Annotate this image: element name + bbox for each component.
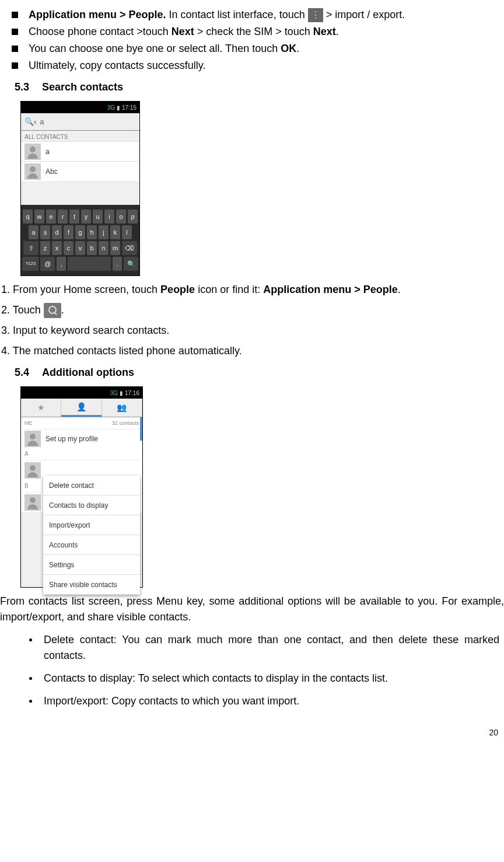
search-input-text: a [40,116,44,128]
backspace-key[interactable]: ⌫ [122,241,137,255]
keyboard-key[interactable]: a [29,225,38,239]
keyboard-key[interactable]: b [87,241,97,255]
keyboard-key[interactable]: c [64,241,74,255]
contact-name: a [46,146,50,157]
search-field-row[interactable]: 🔍‹ a [21,113,139,131]
comma-key[interactable]: , [57,257,66,271]
contacts-count: 32 contacts [112,420,139,428]
keyboard-key[interactable]: m [110,241,120,255]
period-key[interactable]: . [113,257,122,271]
status-bar: 3G ▮ 17:16 [21,387,142,399]
page-number: 20 [0,727,504,739]
dot-bullet-item: Delete contact: You can mark much more t… [29,632,504,664]
tab-favorites[interactable]: ★ [21,399,61,417]
menu-item[interactable]: Accounts [43,535,140,555]
step-3: 3. Input to keyword search contacts. [1,323,504,338]
search-key[interactable]: 🔍 [124,257,138,271]
dot-bullet-text: Contacts to display: To select which con… [44,671,504,686]
tab-contacts[interactable]: 👤 [61,399,102,417]
status-time: 17:16 [125,389,139,397]
bullet-bold-prefix: Application menu > People. [29,9,166,20]
contact-row[interactable]: Abc [21,161,139,181]
screenshot-search-contacts: 3G ▮ 17:15 🔍‹ a ALL CONTACTS a Abc qwert… [20,101,140,276]
back-icon[interactable]: 🔍‹ [24,116,36,128]
heading-5-4: 5.4Additional options [15,365,504,381]
keyboard-key[interactable]: f [64,225,74,239]
square-bullet-icon [12,62,18,69]
avatar-icon [24,144,41,160]
avatar-icon [24,431,41,447]
keyboard-key[interactable]: d [52,225,62,239]
search-icon [44,303,61,318]
dot-bullet-item: Import/export: Copy contacts to which yo… [29,693,504,709]
scrollbar-thumb[interactable] [140,417,142,441]
menu-item[interactable]: Delete contact [43,476,140,495]
bullet-app-menu: Application menu > People. In contact li… [12,7,504,23]
space-key[interactable] [68,257,111,271]
menu-item[interactable]: Settings [43,555,140,575]
status-network: 3G [107,103,115,112]
heading-number: 5.3 [15,79,29,95]
keyboard-key[interactable]: k [110,225,120,239]
keyboard-key[interactable]: j [99,225,108,239]
at-key[interactable]: @ [40,257,55,271]
keyboard-key[interactable]: g [75,225,85,239]
contacts-list: a Abc [21,141,139,181]
step-1: 1. From your Home screen, touch People i… [1,282,504,298]
bullet-suffix: > import / export. [323,9,405,20]
avatar-icon [24,462,41,479]
shift-key[interactable]: ⇧ [23,241,38,255]
dot-bullet-text: Import/export: Copy contacts to which yo… [44,693,504,709]
keyboard-key[interactable]: t [69,210,79,224]
square-bullet-icon [12,46,18,52]
symbols-key[interactable]: ?123 [22,257,38,271]
dot-bullet-icon [29,700,32,703]
overflow-menu: Delete contactContacts to displayImport/… [43,476,140,595]
tabs-row: ★ 👤 👥 [21,399,142,417]
step-2: 2. Touch . [1,302,504,318]
keyboard-key[interactable]: r [58,210,68,224]
status-bar: 3G ▮ 17:15 [21,102,139,113]
keyboard-key[interactable]: o [116,210,126,224]
on-screen-keyboard[interactable]: qwertyuiop asdfghjkl ⇧ zxcvbnm ⌫ ?123 @ … [21,205,139,275]
keyboard-key[interactable]: i [104,210,114,224]
menu-item[interactable]: Share visible contacts [43,575,140,595]
keyboard-key[interactable]: n [99,241,108,255]
heading-title: Additional options [42,367,134,378]
profile-row[interactable]: Set up my profile [21,429,142,448]
keyboard-key[interactable]: q [23,210,33,224]
bullet-text: Application menu > People. In contact li… [29,7,504,23]
keyboard-key[interactable]: v [75,241,85,255]
paragraph-5-4: From contacts list screen, press Menu ke… [0,594,504,625]
keyboard-key[interactable]: y [81,210,91,224]
keyboard-key[interactable]: x [52,241,62,255]
contact-name: Abc [46,166,58,177]
keyboard-key[interactable]: w [34,210,44,224]
square-bullet-icon [12,29,18,35]
keyboard-key[interactable]: e [46,210,56,224]
keyboard-key[interactable]: p [128,210,138,224]
bullet-item: Ultimately, copy contacts successfully. [12,58,504,74]
bullet-item: Choose phone contact >touch Next > check… [12,24,504,40]
bullet-item: You can choose one bye one or select all… [12,41,504,57]
dot-bullet-item: Contacts to display: To select which con… [29,671,504,686]
menu-item[interactable]: Contacts to display [43,495,140,515]
bullet-text: Ultimately, copy contacts successfully. [29,58,504,74]
keyboard-key[interactable]: s [40,225,50,239]
heading-number: 5.4 [15,365,29,381]
keyboard-key[interactable]: z [40,241,50,255]
keyboard-key[interactable]: l [122,225,132,239]
keyboard-key[interactable]: h [87,225,97,239]
screenshot-additional-options: 3G ▮ 17:16 ★ 👤 👥 ME 32 contacts Set up m… [20,386,143,588]
bullet-text: You can choose one bye one or select all… [29,41,504,57]
contact-row[interactable]: a [21,141,139,161]
bullet-mid: In contact list interface, touch [166,9,308,20]
menu-item[interactable]: Import/export [43,515,140,535]
me-label: ME [24,420,33,428]
avatar-icon [24,163,41,180]
step-4: 4. The matched contacts listed phone aut… [1,343,504,359]
keyboard-key[interactable]: u [93,210,103,224]
me-row: ME 32 contacts [21,417,142,429]
status-network: 3G [110,389,118,397]
tab-groups[interactable]: 👥 [102,399,142,417]
